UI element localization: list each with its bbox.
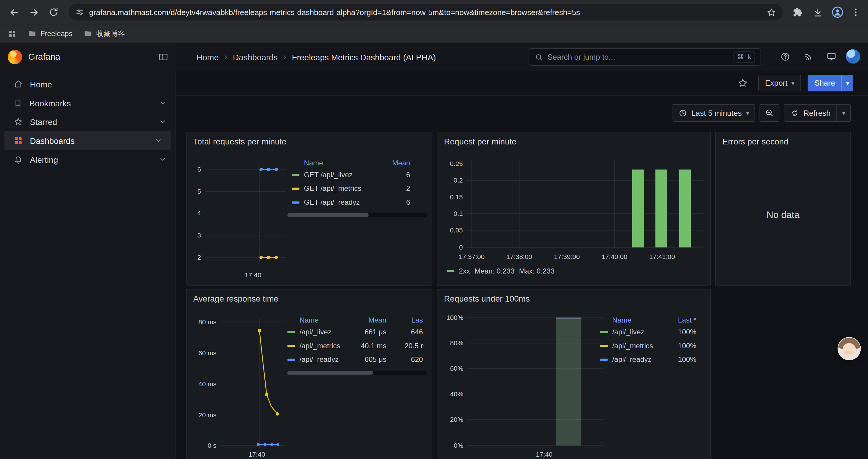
forward-icon[interactable]: [24, 3, 43, 22]
breadcrumb-home[interactable]: Home: [196, 52, 219, 62]
svg-text:3: 3: [197, 232, 201, 239]
browser-menu-icon[interactable]: [848, 3, 864, 22]
grafana-logo[interactable]: [8, 50, 22, 64]
svg-text:20 ms: 20 ms: [198, 412, 216, 419]
breadcrumb: Home › Dashboards › Freeleaps Metrics Da…: [196, 43, 436, 71]
home-icon: [14, 80, 23, 89]
sidebar-item-home[interactable]: Home: [0, 75, 176, 94]
panel-request-per-minute: Request per minute 0.250.20.150.10.05017…: [437, 132, 711, 286]
back-icon[interactable]: [4, 3, 23, 22]
breadcrumb-current: Freeleaps Metrics Dashboard (ALPHA): [292, 52, 436, 62]
search-input[interactable]: [548, 53, 734, 61]
refresh-interval-dropdown[interactable]: ▾: [837, 104, 850, 121]
legend-scrollbar[interactable]: [287, 213, 427, 217]
zoom-out-button[interactable]: [760, 104, 780, 122]
help-icon[interactable]: [776, 47, 794, 65]
breadcrumb-dashboards[interactable]: Dashboards: [233, 52, 278, 62]
legend-header-name[interactable]: Name: [300, 316, 351, 324]
legend-row[interactable]: /api/_metrics 100%: [600, 339, 696, 353]
time-range-picker[interactable]: Last 5 minutes ▾: [673, 104, 755, 122]
series-dash: [447, 270, 454, 272]
bookmark-folder[interactable]: 收藏博客: [84, 28, 125, 38]
chevron-down-icon[interactable]: [159, 156, 167, 163]
svg-text:40%: 40%: [450, 391, 463, 398]
legend[interactable]: 2xx Mean: 0.233 Max: 0.233: [447, 267, 555, 275]
legend-header-mean[interactable]: Mean: [392, 159, 410, 167]
svg-text:0.1: 0.1: [454, 210, 463, 218]
legend-row[interactable]: GET /api/_readyz 6: [287, 195, 410, 209]
legend-header-name[interactable]: Name: [612, 316, 631, 324]
legend-header-last[interactable]: Last *: [678, 316, 696, 324]
sidebar-item-bookmarks[interactable]: Bookmarks: [0, 94, 176, 112]
address-bar[interactable]: [68, 4, 783, 21]
scrollbar-thumb[interactable]: [287, 371, 373, 374]
legend-header-name[interactable]: Name: [304, 159, 323, 167]
svg-text:17:40: 17:40: [245, 271, 261, 279]
sidebar-item-starred[interactable]: Starred: [0, 112, 176, 131]
request-per-minute-chart[interactable]: 0.250.20.150.10.05017:37:0017:38:0017:39…: [437, 132, 710, 285]
svg-text:17:37:00: 17:37:00: [459, 253, 485, 261]
reload-icon[interactable]: [44, 3, 63, 22]
url-input[interactable]: [89, 8, 767, 17]
legend: Name Mean GET /api/_livez 6 GET /api/_me…: [287, 158, 410, 209]
bookmark-star-icon[interactable]: [767, 7, 776, 17]
browser-toolbar: [0, 0, 868, 24]
series-dash: [291, 173, 299, 175]
panel-total-requests: Total requests per minute 6543217:40 Nam…: [186, 132, 433, 286]
legend-header-mean[interactable]: Mean: [351, 316, 386, 324]
scrollbar-thumb[interactable]: [287, 213, 368, 217]
refresh-button[interactable]: Refresh ▾: [784, 104, 851, 122]
sidebar-item-alerting[interactable]: Alerting: [0, 150, 176, 169]
clock-icon: [679, 109, 687, 117]
legend-scrollbar[interactable]: [287, 371, 427, 374]
chevron-down-icon: ▾: [746, 109, 749, 117]
legend-row[interactable]: GET /api/_metrics 2: [287, 182, 410, 196]
chevron-down-icon[interactable]: [155, 137, 162, 144]
bookmark-folder[interactable]: Freeleaps: [28, 29, 72, 38]
grafana-header: Grafana Home › Dashboards › Freeleaps Me…: [0, 43, 868, 71]
extensions-icon[interactable]: [788, 3, 807, 22]
legend-header-last[interactable]: Las: [391, 316, 423, 324]
svg-text:0.2: 0.2: [454, 177, 463, 184]
dashboard-main: Export ▾ Share ▾ Last 5 minutes ▾: [176, 71, 868, 459]
series-dash: [291, 201, 299, 203]
grafana-header-left: Grafana: [0, 43, 176, 71]
svg-text:17:40: 17:40: [248, 451, 265, 458]
sidebar: Home Bookmarks Starred Dashboards: [0, 71, 176, 459]
svg-text:80%: 80%: [450, 339, 463, 347]
user-avatar[interactable]: [846, 49, 860, 64]
svg-text:17:38:00: 17:38:00: [506, 253, 532, 261]
svg-text:60 ms: 60 ms: [198, 350, 216, 357]
chevron-down-icon[interactable]: [159, 99, 167, 107]
svg-text:6: 6: [197, 166, 201, 173]
monitor-icon[interactable]: [823, 47, 840, 65]
series-dash: [287, 331, 295, 333]
profile-avatar-icon[interactable]: [828, 3, 847, 22]
bookmarks-bar: Freeleaps 收藏博客: [0, 24, 868, 43]
legend-row[interactable]: /api/_metrics 40.1 ms 20.5 r: [287, 339, 427, 353]
export-button[interactable]: Export ▾: [758, 75, 801, 91]
dashboards-grid-icon: [14, 136, 23, 145]
downloads-icon[interactable]: [808, 3, 827, 22]
grafana-body: Home Bookmarks Starred Dashboards: [0, 71, 868, 459]
sidebar-item-dashboards[interactable]: Dashboards: [4, 131, 171, 150]
svg-text:0 s: 0 s: [208, 442, 217, 449]
legend-row[interactable]: /api/_livez 100%: [600, 325, 696, 339]
rss-icon[interactable]: [800, 47, 817, 65]
search-box[interactable]: ⌘+k: [529, 48, 761, 66]
legend-row[interactable]: /api/_readyz 605 μs 620: [287, 353, 427, 366]
series-dash: [600, 331, 608, 333]
share-dropdown[interactable]: ▾: [842, 75, 853, 91]
legend-row[interactable]: GET /api/_livez 6: [287, 168, 410, 182]
legend-row[interactable]: /api/_livez 661 μs 646: [287, 325, 427, 339]
chevron-down-icon[interactable]: [159, 118, 167, 126]
legend-row[interactable]: /api/_readyz 100%: [600, 353, 696, 366]
site-settings-icon[interactable]: [75, 8, 84, 17]
svg-text:5: 5: [197, 188, 201, 195]
share-button[interactable]: Share ▾: [808, 75, 853, 91]
apps-grid-icon[interactable]: [8, 29, 17, 38]
favorite-star-icon[interactable]: [734, 75, 752, 91]
panel-title[interactable]: Errors per second: [722, 137, 788, 146]
assistant-avatar-overlay[interactable]: [838, 337, 861, 360]
sidebar-toggle-icon[interactable]: [158, 52, 168, 62]
